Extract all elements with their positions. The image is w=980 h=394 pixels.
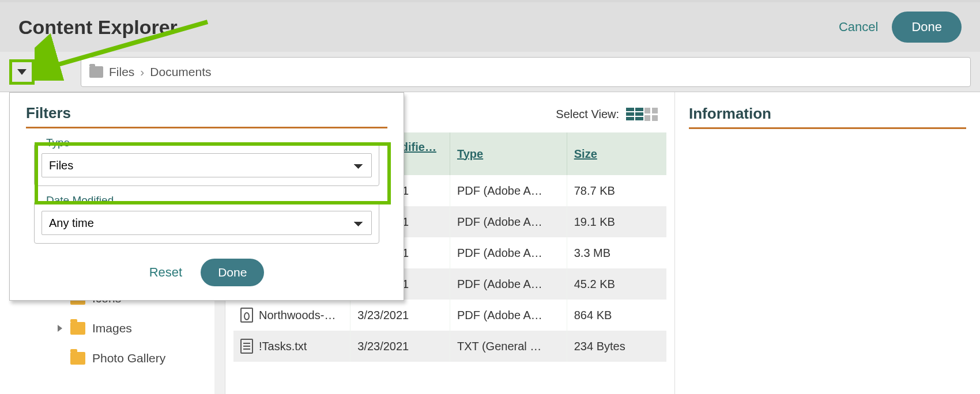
breadcrumb-current[interactable]: Documents xyxy=(150,65,211,79)
file-name: Northwoods-… xyxy=(259,309,336,322)
filter-type-group: Type Files xyxy=(34,143,379,186)
file-size: 864 KB xyxy=(567,300,666,331)
toolbar-row: Files › Documents xyxy=(0,52,980,92)
col-type[interactable]: Type xyxy=(450,132,567,175)
header-bar: Content Explorer Cancel Done xyxy=(0,0,980,52)
filters-actions: Reset Done xyxy=(26,259,387,286)
chevron-right-icon: › xyxy=(140,65,144,79)
table-row[interactable]: Northwoods-…3/23/2021PDF (Adobe A…864 KB xyxy=(233,300,666,331)
file-type: PDF (Adobe A… xyxy=(450,268,567,300)
svg-line-1 xyxy=(54,74,58,79)
information-panel: Information xyxy=(674,92,980,394)
folder-icon xyxy=(89,66,103,78)
file-size: 19.1 KB xyxy=(567,206,666,237)
breadcrumb-root[interactable]: Files xyxy=(109,65,134,79)
filter-date-group: Date Modified Any time xyxy=(34,201,379,244)
file-size: 78.7 KB xyxy=(567,175,666,206)
header-actions: Cancel Done xyxy=(839,12,962,43)
filters-popover: Filters Type Files Date Modified Any tim… xyxy=(9,92,404,301)
cancel-button[interactable]: Cancel xyxy=(839,20,878,35)
file-name: !Tasks.txt xyxy=(259,340,307,353)
chevron-down-icon xyxy=(17,69,27,75)
page-title: Content Explorer xyxy=(18,16,178,39)
pdf-file-icon xyxy=(240,308,253,323)
file-type: PDF (Adobe A… xyxy=(450,300,567,331)
file-modified: 3/23/2021 xyxy=(350,300,450,331)
filters-reset-button[interactable]: Reset xyxy=(149,265,182,280)
filter-date-select[interactable]: Any time xyxy=(42,211,372,235)
file-type: PDF (Adobe A… xyxy=(450,206,567,237)
folder-icon xyxy=(70,352,85,365)
folder-icon xyxy=(70,322,85,335)
svg-point-0 xyxy=(44,65,55,75)
tree-item-photo-gallery[interactable]: Photo Gallery xyxy=(40,343,219,373)
filter-toggle-button[interactable] xyxy=(9,59,35,85)
tree-item-label: Images xyxy=(92,321,132,335)
file-type: PDF (Adobe A… xyxy=(450,237,567,268)
col-size[interactable]: Size xyxy=(567,132,666,175)
tree-item-images[interactable]: Images xyxy=(40,313,219,343)
text-file-icon xyxy=(240,339,253,354)
information-title: Information xyxy=(689,105,966,129)
tree-item-label: Photo Gallery xyxy=(92,351,165,365)
file-size: 3.3 MB xyxy=(567,237,666,268)
file-type: PDF (Adobe A… xyxy=(450,175,567,206)
done-button[interactable]: Done xyxy=(892,12,962,43)
grid-view-icon[interactable] xyxy=(644,108,661,120)
filter-type-label: Type xyxy=(43,137,73,149)
file-modified: 3/23/2021 xyxy=(350,331,450,362)
select-view-label: Select View: xyxy=(556,108,619,121)
filter-type-select[interactable]: Files xyxy=(42,153,372,177)
table-row[interactable]: !Tasks.txt3/23/2021TXT (General …234 Byt… xyxy=(233,331,666,362)
file-type: TXT (General … xyxy=(450,331,567,362)
filters-done-button[interactable]: Done xyxy=(201,259,264,286)
list-view-icon[interactable] xyxy=(626,108,642,120)
breadcrumb[interactable]: Files › Documents xyxy=(81,57,971,87)
filter-date-label: Date Modified xyxy=(43,194,117,207)
file-size: 45.2 KB xyxy=(567,268,666,300)
filters-title: Filters xyxy=(26,104,387,128)
search-icon[interactable] xyxy=(43,63,60,81)
chevron-right-icon xyxy=(58,325,62,332)
file-size: 234 Bytes xyxy=(567,331,666,362)
